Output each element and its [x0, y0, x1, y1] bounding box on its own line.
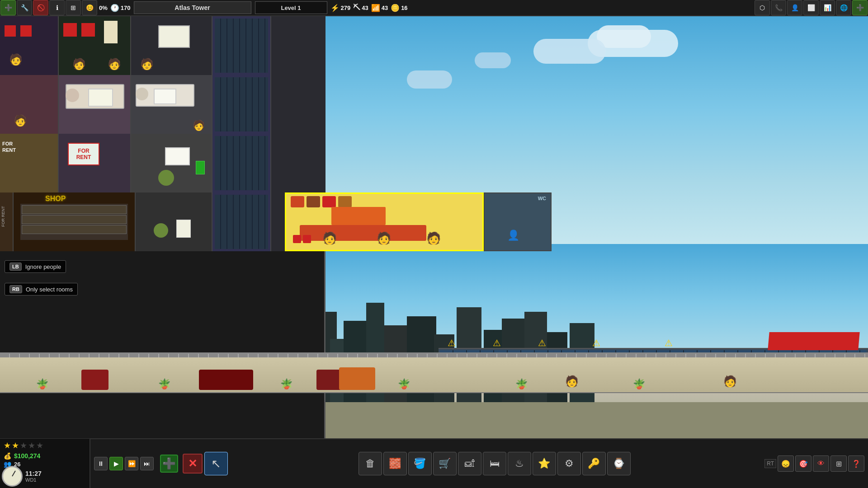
shelf-3	[22, 225, 127, 234]
faster-button[interactable]: ⏭	[140, 457, 154, 470]
room-4[interactable]	[212, 16, 271, 75]
money-icon: 💰	[4, 452, 11, 460]
bottom-hud: ★ ★ ★ ★ ★ 💰 $100,274 👥 26 11:27 WD1 ⏸ ▶ …	[0, 438, 868, 488]
room-5[interactable]	[271, 16, 326, 75]
people-button[interactable]: 👤	[787, 0, 802, 15]
restaurant-room[interactable]: 🧑 🧑 🧑	[285, 192, 484, 251]
hint-key-lb: LB	[9, 263, 22, 271]
room-for-rent-1[interactable]: FORRENT	[0, 134, 59, 192]
info-button[interactable]: ℹ	[49, 0, 65, 15]
room-empty-1[interactable]	[131, 134, 212, 192]
window-light-1	[158, 25, 190, 48]
restaurant-char-2: 🧑	[377, 231, 391, 245]
window-light-2	[88, 89, 113, 107]
playback-controls: ⏸ ▶ ⏩ ⏭	[90, 457, 157, 470]
room-gray-1[interactable]: 🧑	[131, 75, 212, 134]
build-tool-button[interactable]: 🧱	[383, 452, 407, 475]
level-label: Level 1	[281, 5, 301, 11]
star-1: ★	[4, 441, 11, 450]
warning-sign-5: ⚠	[665, 338, 673, 348]
help-button[interactable]: ❓	[848, 455, 864, 472]
counter-top	[331, 207, 386, 225]
watch-tool-button[interactable]: ⌚	[607, 452, 631, 475]
room-office-1[interactable]: 🧑	[0, 16, 59, 75]
room-6[interactable]	[271, 75, 326, 134]
gear-tool-button[interactable]: ⚙	[557, 452, 581, 475]
shop-tool-button[interactable]: 🛒	[433, 452, 457, 475]
lobby-bg	[0, 354, 868, 392]
hot-tool-button[interactable]: ♨	[508, 452, 531, 475]
cloud-3	[407, 70, 452, 89]
green-button	[196, 161, 205, 174]
room-office-2[interactable]: 🧑 🧑	[59, 16, 131, 75]
room-stairs-2[interactable]	[212, 134, 271, 192]
bed-tool-button[interactable]: 🛏	[483, 452, 506, 475]
room-3[interactable]: 🧑	[131, 16, 212, 75]
lightning-icon: ⚡	[330, 4, 340, 12]
room-stairs-1[interactable]	[212, 75, 271, 134]
eye-button[interactable]: 👁	[813, 455, 829, 472]
room-mid[interactable]	[136, 192, 212, 251]
no-button[interactable]: 🚫	[33, 0, 48, 15]
room-pink-1[interactable]: 🧑	[0, 75, 59, 134]
floor-1: FOR RENT SHOP	[0, 192, 324, 251]
blinds-4	[215, 195, 268, 249]
room-shop[interactable]: SHOP	[14, 192, 136, 251]
plus-top-right-button[interactable]: ➕	[852, 0, 868, 15]
room-7[interactable]	[271, 134, 326, 192]
warning-sign-4: ⚠	[592, 338, 600, 348]
controller-hint: RT	[764, 459, 776, 468]
tool-buttons-area: 🗑 🧱 🪣 🛒 🛋 🛏 ♨ ⭐ ⚙ 🔑 ⌚	[228, 452, 761, 475]
hint-only-rooms: RB Only select rooms	[5, 283, 78, 296]
star-tool-button[interactable]: ⭐	[533, 452, 556, 475]
coin-stat: 🪙 16	[391, 4, 407, 12]
time-stat: 🕐 170	[110, 4, 131, 12]
shop-sign: SHOP	[45, 195, 66, 203]
cancel-button[interactable]: ✕	[183, 454, 203, 474]
globe-button[interactable]: 🌐	[836, 0, 851, 15]
hint-only-rooms-text: Only select rooms	[26, 286, 73, 293]
face-button[interactable]: 😊	[82, 0, 97, 15]
character-1: 🧑	[9, 53, 23, 66]
cursor-tool[interactable]: ↖	[204, 452, 228, 475]
hex-button[interactable]: ⬡	[755, 0, 770, 15]
delete-tool-button[interactable]: 🗑	[359, 452, 382, 475]
red-box-4	[81, 23, 95, 37]
play-button[interactable]: ▶	[109, 457, 123, 470]
clock-area: 11:27 WD1	[2, 466, 42, 487]
room-for-rent-2[interactable]: FORRENT	[59, 134, 131, 192]
blinds-2	[215, 77, 268, 131]
sad-button[interactable]: 😞	[778, 455, 794, 472]
right-icon-row: RT 😞 🎯 👁 ⊞ ❓	[764, 455, 864, 472]
wc-room[interactable]: WC 👤	[484, 192, 552, 251]
chart-button[interactable]: 📊	[820, 0, 835, 15]
fast-forward-button[interactable]: ⏩	[125, 457, 138, 470]
couch-tool-button[interactable]: 🛋	[458, 452, 481, 475]
for-rent-sign: FORRENT	[68, 143, 99, 165]
menu-item-1	[291, 196, 304, 207]
red-box-2	[20, 25, 32, 37]
room-bedroom-1[interactable]	[59, 75, 131, 134]
grid-button[interactable]: ⊞	[66, 0, 81, 15]
wrench-button[interactable]: 🔧	[17, 0, 32, 15]
bucket-tool-button[interactable]: 🪣	[408, 452, 432, 475]
shop-shelves	[20, 204, 128, 240]
add-floor-button[interactable]: ➕	[160, 455, 178, 473]
plant-2	[154, 223, 168, 238]
character-6: 🧑	[193, 120, 205, 131]
restaurant-char-1: 🧑	[322, 231, 337, 245]
grid-view-button[interactable]: ⊞	[830, 455, 847, 472]
phone-button[interactable]: 📞	[771, 0, 786, 15]
key-tool-button[interactable]: 🔑	[582, 452, 606, 475]
add-top-button[interactable]: ➕	[0, 0, 16, 15]
room-stairs-3[interactable]	[212, 192, 271, 251]
box-button[interactable]: ⬜	[803, 0, 819, 15]
menu-item-4	[338, 196, 352, 207]
warning-sign-1: ⚠	[448, 338, 456, 348]
bottom-left-panel: ★ ★ ★ ★ ★ 💰 $100,274 👥 26 11:27 WD1	[0, 439, 90, 488]
lobby-char-2: 🧑	[723, 375, 737, 388]
target-button[interactable]: 🎯	[795, 455, 811, 472]
city-skyline: ⚠ ⚠ ⚠ ⚠ ⚠ 🧍	[294, 244, 868, 438]
pause-button[interactable]: ⏸	[94, 457, 108, 470]
hint-ignore-people-text: Ignore people	[25, 263, 61, 270]
